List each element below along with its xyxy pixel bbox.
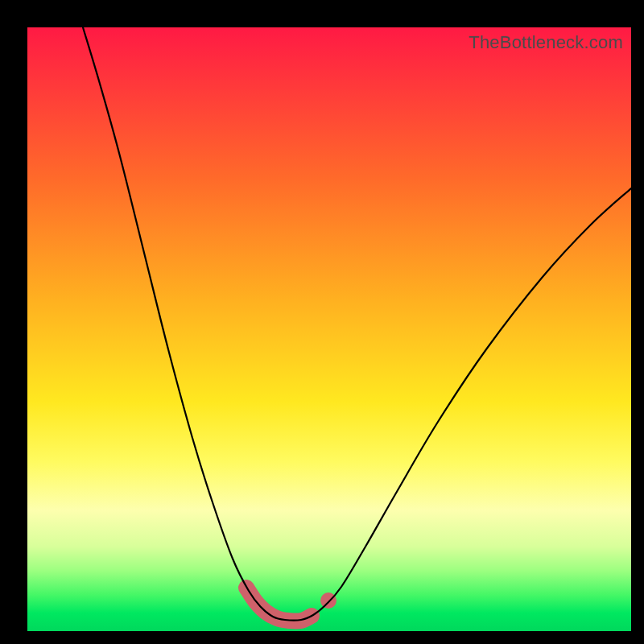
optimal-segment-line xyxy=(246,588,312,621)
chart-frame: TheBottleneck.com xyxy=(0,0,644,644)
bottleneck-curve-line xyxy=(83,27,631,621)
chart-svg xyxy=(27,27,631,631)
chart-plot-area: TheBottleneck.com xyxy=(27,27,631,631)
